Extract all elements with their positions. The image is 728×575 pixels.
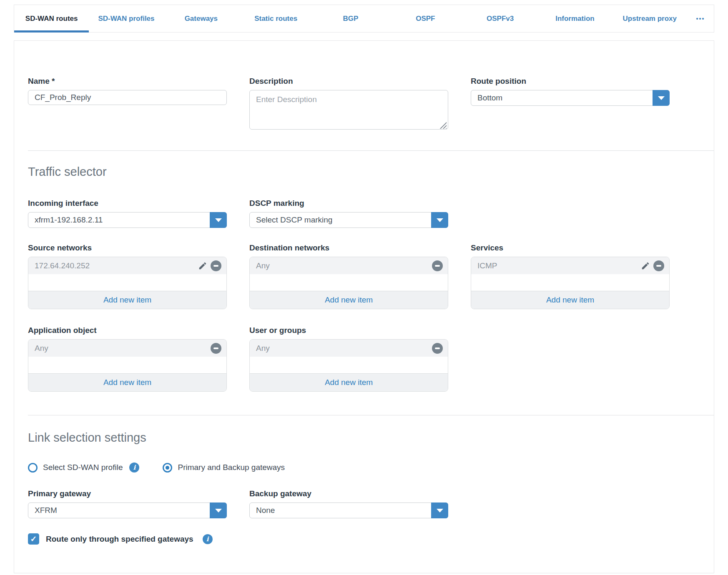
radio-primary-backup-gateways[interactable]	[163, 463, 172, 472]
list-empty-area	[471, 274, 669, 291]
link-selection-heading: Link selection settings	[28, 432, 700, 444]
route-only-checkbox-label: Route only through specified gateways	[46, 535, 193, 544]
ellipsis-icon: •••	[696, 15, 705, 22]
divider	[28, 415, 714, 415]
divider	[28, 150, 714, 151]
incoming-interface-value: xfrm1-192.168.2.11	[35, 215, 103, 225]
incoming-interface-select[interactable]: xfrm1-192.168.2.11	[28, 212, 227, 228]
sdwan-route-form: Name * Description Route position Bottom…	[14, 40, 714, 573]
tab-bgp[interactable]: BGP	[313, 5, 388, 32]
backup-gateway-select[interactable]: None	[249, 502, 448, 518]
route-position-select[interactable]: Bottom	[471, 90, 670, 106]
edit-icon[interactable]	[198, 261, 207, 270]
source-networks-list: 172.64.240.252 Add new item	[28, 257, 227, 309]
chevron-down-icon[interactable]	[210, 212, 227, 228]
user-or-groups-list: Any Add new item	[249, 339, 448, 392]
info-icon[interactable]: i	[203, 534, 213, 544]
tab-gateways[interactable]: Gateways	[164, 5, 238, 32]
source-networks-label: Source networks	[28, 243, 227, 252]
list-item-value: Any	[35, 344, 48, 353]
backup-gateway-value: None	[256, 506, 275, 515]
tab-sdwan-profiles[interactable]: SD-WAN profiles	[89, 5, 163, 32]
list-item: Any	[250, 340, 448, 357]
traffic-selector-heading: Traffic selector	[28, 166, 700, 178]
primary-gateway-label: Primary gateway	[28, 489, 227, 498]
tab-static-routes[interactable]: Static routes	[238, 5, 313, 32]
add-new-item-button[interactable]: Add new item	[28, 291, 226, 309]
tab-sdwan-routes[interactable]: SD-WAN routes	[14, 5, 89, 32]
add-new-item-button[interactable]: Add new item	[250, 373, 448, 391]
backup-gateway-label: Backup gateway	[249, 489, 448, 498]
chevron-down-icon[interactable]	[210, 502, 227, 518]
list-item: Any	[250, 257, 448, 274]
list-item-value: 172.64.240.252	[35, 261, 90, 270]
name-label: Name *	[28, 77, 227, 86]
chevron-down-icon[interactable]	[431, 502, 448, 518]
description-textarea[interactable]	[249, 90, 448, 130]
list-item-value: Any	[256, 261, 270, 270]
info-icon[interactable]: i	[129, 462, 139, 472]
list-item-value: ICMP	[477, 261, 497, 270]
remove-icon[interactable]	[432, 343, 443, 354]
add-new-item-button[interactable]: Add new item	[471, 291, 669, 309]
tab-information[interactable]: Information	[537, 5, 612, 32]
more-tabs-button[interactable]: •••	[687, 5, 714, 32]
check-icon: ✓	[30, 534, 37, 544]
radio-select-sdwan-profile[interactable]	[28, 463, 38, 472]
list-item: Any	[28, 340, 226, 357]
add-new-item-button[interactable]: Add new item	[250, 291, 448, 309]
remove-icon[interactable]	[432, 260, 443, 271]
tab-ospf[interactable]: OSPF	[388, 5, 463, 32]
route-position-label: Route position	[471, 77, 670, 86]
route-only-checkbox[interactable]: ✓	[28, 533, 39, 545]
tab-upstream-proxy[interactable]: Upstream proxy	[613, 5, 687, 32]
list-empty-area	[28, 357, 226, 373]
user-or-groups-label: User or groups	[249, 326, 448, 335]
dscp-marking-select[interactable]: Select DSCP marking	[249, 212, 448, 228]
application-object-list: Any Add new item	[28, 339, 227, 392]
list-item-value: Any	[256, 344, 270, 353]
application-object-label: Application object	[28, 326, 227, 335]
primary-gateway-select[interactable]: XFRM	[28, 502, 227, 518]
list-empty-area	[28, 274, 226, 291]
incoming-interface-label: Incoming interface	[28, 199, 227, 208]
add-new-item-button[interactable]: Add new item	[28, 373, 226, 391]
radio-select-sdwan-profile-label: Select SD-WAN profile	[43, 463, 123, 472]
chevron-down-icon[interactable]	[431, 212, 448, 228]
list-item: ICMP	[471, 257, 669, 274]
dscp-marking-value: Select DSCP marking	[256, 215, 332, 225]
destination-networks-list: Any Add new item	[249, 257, 448, 309]
primary-gateway-value: XFRM	[35, 506, 57, 515]
list-item: 172.64.240.252	[28, 257, 226, 274]
list-empty-area	[250, 274, 448, 291]
list-empty-area	[250, 357, 448, 373]
remove-icon[interactable]	[653, 260, 664, 271]
name-input[interactable]	[28, 90, 227, 105]
radio-primary-backup-gateways-label: Primary and Backup gateways	[178, 463, 285, 472]
chevron-down-icon[interactable]	[653, 90, 670, 106]
description-label: Description	[249, 77, 448, 86]
tab-bar: SD-WAN routes SD-WAN profiles Gateways S…	[14, 5, 714, 32]
destination-networks-label: Destination networks	[249, 243, 448, 252]
tab-ospfv3[interactable]: OSPFv3	[463, 5, 537, 32]
services-label: Services	[471, 243, 670, 252]
remove-icon[interactable]	[211, 343, 221, 354]
route-position-value: Bottom	[477, 93, 502, 102]
services-list: ICMP Add new item	[471, 257, 670, 309]
edit-icon[interactable]	[641, 261, 650, 270]
dscp-marking-label: DSCP marking	[249, 199, 448, 208]
remove-icon[interactable]	[211, 260, 221, 271]
